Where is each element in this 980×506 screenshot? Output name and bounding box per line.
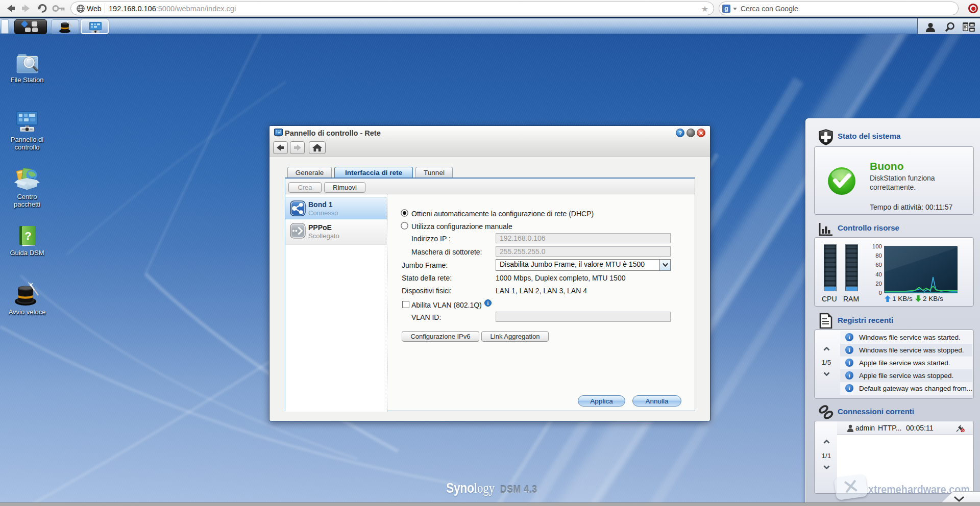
svg-text:i: i — [487, 300, 489, 306]
svg-text:?: ? — [24, 230, 31, 242]
